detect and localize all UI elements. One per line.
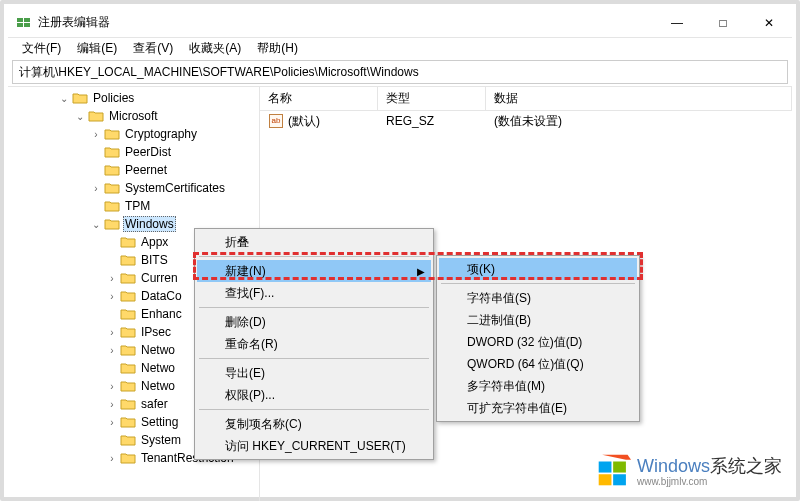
ctx-rename[interactable]: 重命名(R)	[197, 333, 431, 355]
folder-icon	[104, 145, 120, 159]
ctx-new-multistring[interactable]: 多字符串值(M)	[439, 375, 637, 397]
ctx-new-dword[interactable]: DWORD (32 位)值(D)	[439, 331, 637, 353]
folder-icon	[120, 451, 136, 465]
menu-bar: 文件(F) 编辑(E) 查看(V) 收藏夹(A) 帮助(H)	[8, 38, 792, 58]
value-row-default[interactable]: ab (默认) REG_SZ (数值未设置)	[260, 111, 792, 131]
svg-rect-6	[613, 462, 626, 473]
folder-icon	[120, 397, 136, 411]
ctx-new-binary[interactable]: 二进制值(B)	[439, 309, 637, 331]
submenu-arrow-icon: ▶	[417, 266, 425, 277]
ctx-new[interactable]: 新建(N)▶	[197, 260, 431, 282]
ctx-new-qword[interactable]: QWORD (64 位)值(Q)	[439, 353, 637, 375]
value-type: REG_SZ	[378, 114, 486, 128]
menu-help[interactable]: 帮助(H)	[249, 38, 306, 59]
expander-icon[interactable]: ›	[104, 417, 120, 428]
svg-rect-2	[17, 23, 23, 27]
ctx-find[interactable]: 查找(F)...	[197, 282, 431, 304]
expander-icon[interactable]: ⌄	[56, 93, 72, 104]
expander-icon[interactable]: ›	[104, 381, 120, 392]
folder-icon	[104, 181, 120, 195]
folder-icon	[120, 433, 136, 447]
folder-icon	[120, 343, 136, 357]
folder-icon	[120, 415, 136, 429]
folder-icon	[120, 379, 136, 393]
folder-icon	[72, 91, 88, 105]
value-name: (默认)	[288, 113, 320, 130]
ctx-delete[interactable]: 删除(D)	[197, 311, 431, 333]
menu-edit[interactable]: 编辑(E)	[69, 38, 125, 59]
app-icon	[16, 15, 32, 31]
ctx-export[interactable]: 导出(E)	[197, 362, 431, 384]
ctx-collapse[interactable]: 折叠	[197, 231, 431, 253]
ctx-copykey[interactable]: 复制项名称(C)	[197, 413, 431, 435]
folder-icon	[88, 109, 104, 123]
windows-logo-icon	[597, 453, 631, 487]
expander-icon[interactable]: ›	[104, 453, 120, 464]
column-type[interactable]: 类型	[378, 87, 486, 110]
ctx-goto-hkcu[interactable]: 访问 HKEY_CURRENT_USER(T)	[197, 435, 431, 457]
folder-icon	[104, 199, 120, 213]
svg-rect-8	[613, 474, 626, 485]
svg-rect-7	[599, 474, 612, 485]
watermark-logo: Windows系统之家 www.bjjmlv.com	[597, 453, 782, 487]
expander-icon[interactable]: ⌄	[88, 219, 104, 230]
separator	[199, 409, 429, 410]
expander-icon[interactable]: ›	[104, 273, 120, 284]
ctx-new-string[interactable]: 字符串值(S)	[439, 287, 637, 309]
window-title: 注册表编辑器	[38, 14, 654, 31]
context-submenu-new: 项(K) 字符串值(S) 二进制值(B) DWORD (32 位)值(D) QW…	[436, 255, 640, 422]
window-frame: 注册表编辑器 — □ ✕ 文件(F) 编辑(E) 查看(V) 收藏夹(A) 帮助…	[0, 0, 800, 501]
expander-icon[interactable]: ›	[104, 345, 120, 356]
column-data[interactable]: 数据	[486, 87, 792, 110]
ctx-permissions[interactable]: 权限(P)...	[197, 384, 431, 406]
title-bar[interactable]: 注册表编辑器 — □ ✕	[8, 8, 792, 38]
folder-icon	[120, 289, 136, 303]
tree-item-peernet[interactable]: Peernet	[8, 161, 259, 179]
values-header: 名称 类型 数据	[260, 87, 792, 111]
tree-item-cryptography[interactable]: ›Cryptography	[8, 125, 259, 143]
tree-item-tpm[interactable]: TPM	[8, 197, 259, 215]
tree-item-peerdist[interactable]: PeerDist	[8, 143, 259, 161]
ctx-new-expandstring[interactable]: 可扩充字符串值(E)	[439, 397, 637, 419]
close-button[interactable]: ✕	[746, 8, 792, 38]
expander-icon[interactable]: ›	[104, 327, 120, 338]
menu-file[interactable]: 文件(F)	[14, 38, 69, 59]
folder-icon	[120, 271, 136, 285]
folder-icon	[120, 253, 136, 267]
folder-icon	[120, 235, 136, 249]
folder-icon	[120, 325, 136, 339]
expander-icon[interactable]: ›	[88, 183, 104, 194]
minimize-button[interactable]: —	[654, 8, 700, 38]
folder-icon	[104, 163, 120, 177]
svg-marker-4	[602, 455, 631, 460]
separator	[199, 358, 429, 359]
separator	[441, 283, 635, 284]
folder-icon	[104, 127, 120, 141]
separator	[199, 307, 429, 308]
svg-rect-5	[599, 462, 612, 473]
folder-icon	[104, 217, 120, 231]
expander-icon[interactable]: ›	[104, 399, 120, 410]
maximize-button[interactable]: □	[700, 8, 746, 38]
svg-rect-1	[24, 18, 30, 22]
string-value-icon: ab	[268, 113, 284, 129]
ctx-new-key[interactable]: 项(K)	[439, 258, 637, 280]
folder-icon	[120, 307, 136, 321]
tree-item-policies[interactable]: ⌄Policies	[8, 89, 259, 107]
address-text: 计算机\HKEY_LOCAL_MACHINE\SOFTWARE\Policies…	[19, 64, 419, 81]
expander-icon[interactable]: ›	[88, 129, 104, 140]
folder-icon	[120, 361, 136, 375]
menu-view[interactable]: 查看(V)	[125, 38, 181, 59]
value-data: (数值未设置)	[486, 113, 792, 130]
tree-item-systemcertificates[interactable]: ›SystemCertificates	[8, 179, 259, 197]
menu-favorites[interactable]: 收藏夹(A)	[181, 38, 249, 59]
svg-rect-3	[24, 23, 30, 27]
svg-rect-0	[17, 18, 23, 22]
separator	[199, 256, 429, 257]
tree-item-microsoft[interactable]: ⌄Microsoft	[8, 107, 259, 125]
expander-icon[interactable]: ⌄	[72, 111, 88, 122]
column-name[interactable]: 名称	[260, 87, 378, 110]
expander-icon[interactable]: ›	[104, 291, 120, 302]
address-bar[interactable]: 计算机\HKEY_LOCAL_MACHINE\SOFTWARE\Policies…	[12, 60, 788, 84]
context-menu-key: 折叠 新建(N)▶ 查找(F)... 删除(D) 重命名(R) 导出(E) 权限…	[194, 228, 434, 460]
